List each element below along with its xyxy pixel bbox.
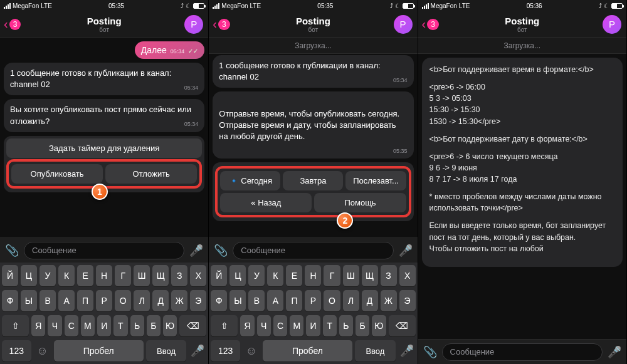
key-Ы[interactable]: Ы <box>21 290 37 311</box>
key-Э[interactable]: Э <box>399 290 416 311</box>
key-У[interactable]: У <box>40 265 56 286</box>
enter-key[interactable]: Ввод <box>146 340 186 361</box>
key-Ф[interactable]: Ф <box>211 290 227 311</box>
key-Ж[interactable]: Ж <box>381 290 397 311</box>
dictation-key[interactable]: 🎤 <box>189 344 206 358</box>
key-Й[interactable]: Й <box>2 265 18 286</box>
key-П[interactable]: П <box>77 290 93 311</box>
message-input[interactable]: Сообщение <box>442 343 603 361</box>
avatar[interactable]: P <box>394 15 413 34</box>
key-Д[interactable]: Д <box>152 290 169 311</box>
key-Ш[interactable]: Ш <box>343 265 359 286</box>
key-Р[interactable]: Р <box>305 290 321 311</box>
chat-area[interactable]: 1 сообщение готово к публикации в канал:… <box>209 54 417 237</box>
avatar[interactable]: P <box>603 15 621 34</box>
publish-button[interactable]: Опубликовать <box>11 164 103 184</box>
key-Ь[interactable]: Ь <box>339 315 353 336</box>
key-Л[interactable]: Л <box>134 290 150 311</box>
today-button[interactable]: 🔹 Сегодня <box>220 171 280 190</box>
key-Р[interactable]: Р <box>96 290 112 311</box>
key-О[interactable]: О <box>324 290 340 311</box>
key-З[interactable]: З <box>171 265 187 286</box>
key-У[interactable]: У <box>248 265 265 286</box>
key-М[interactable]: М <box>81 315 95 336</box>
key-Щ[interactable]: Щ <box>362 265 378 286</box>
key-С[interactable]: С <box>273 315 287 336</box>
shift-key[interactable]: ⇧ <box>211 315 238 336</box>
key-А[interactable]: А <box>58 290 75 311</box>
key-Л[interactable]: Л <box>343 290 359 311</box>
key-Г[interactable]: Г <box>324 265 340 286</box>
key-Д[interactable]: Д <box>362 290 378 311</box>
key-Г[interactable]: Г <box>115 265 131 286</box>
key-О[interactable]: О <box>115 290 131 311</box>
backspace-key[interactable]: ⌫ <box>179 315 206 336</box>
key-Я[interactable]: Я <box>240 315 254 336</box>
key-Щ[interactable]: Щ <box>152 265 169 286</box>
tomorrow-button[interactable]: Завтра <box>283 171 343 190</box>
key-З[interactable]: З <box>381 265 397 286</box>
chat-area[interactable]: Далее 05:34 ✓✓ 1 сообщение готово к публ… <box>0 38 208 237</box>
key-Е[interactable]: Е <box>286 265 302 286</box>
key-М[interactable]: М <box>290 315 303 336</box>
back-button[interactable]: ‹ 3 <box>422 17 439 31</box>
emoji-key[interactable]: ☺ <box>34 345 51 358</box>
enter-key[interactable]: Ввод <box>355 340 395 361</box>
numbers-key[interactable]: 123 <box>2 340 31 361</box>
key-Б[interactable]: Б <box>147 315 161 336</box>
attach-icon[interactable]: 📎 <box>423 345 437 359</box>
back-button[interactable]: ‹ 3 <box>213 17 229 31</box>
key-К[interactable]: К <box>58 265 75 286</box>
shift-key[interactable]: ⇧ <box>2 315 29 336</box>
key-Ч[interactable]: Ч <box>257 315 271 336</box>
avatar[interactable]: P <box>184 15 203 34</box>
numbers-key[interactable]: 123 <box>211 340 240 361</box>
key-В[interactable]: В <box>248 290 265 311</box>
key-П[interactable]: П <box>286 290 302 311</box>
key-Б[interactable]: Б <box>356 315 369 336</box>
message-input[interactable]: Сообщение <box>24 242 184 259</box>
key-Т[interactable]: Т <box>323 315 337 336</box>
key-Ы[interactable]: Ы <box>229 290 246 311</box>
message-input[interactable]: Сообщение <box>233 242 393 259</box>
key-Х[interactable]: Х <box>190 265 206 286</box>
key-Я[interactable]: Я <box>31 315 45 336</box>
key-Х[interactable]: Х <box>399 265 416 286</box>
key-Ю[interactable]: Ю <box>163 315 177 336</box>
key-Н[interactable]: Н <box>96 265 112 286</box>
key-Й[interactable]: Й <box>211 265 227 286</box>
key-Н[interactable]: Н <box>305 265 321 286</box>
backspace-key[interactable]: ⌫ <box>389 315 416 336</box>
help-button[interactable]: Помощь <box>314 193 406 212</box>
space-key[interactable]: Пробел <box>54 340 144 361</box>
key-Ц[interactable]: Ц <box>21 265 37 286</box>
dictation-key[interactable]: 🎤 <box>398 344 416 358</box>
key-Т[interactable]: Т <box>113 315 127 336</box>
after-tomorrow-button[interactable]: Послезавт... <box>345 171 406 190</box>
key-А[interactable]: А <box>267 290 283 311</box>
mic-icon[interactable]: 🎤 <box>399 244 413 257</box>
space-key[interactable]: Пробел <box>263 340 352 361</box>
key-С[interactable]: С <box>65 315 78 336</box>
emoji-key[interactable]: ☺ <box>243 345 260 358</box>
key-Э[interactable]: Э <box>190 290 206 311</box>
mic-icon[interactable]: 🎤 <box>189 244 203 257</box>
key-Ч[interactable]: Ч <box>48 315 61 336</box>
key-И[interactable]: И <box>97 315 111 336</box>
key-Ш[interactable]: Ш <box>134 265 150 286</box>
key-Ж[interactable]: Ж <box>171 290 187 311</box>
key-Е[interactable]: Е <box>77 265 93 286</box>
mic-icon[interactable]: 🎤 <box>608 345 621 359</box>
key-Ц[interactable]: Ц <box>229 265 246 286</box>
key-К[interactable]: К <box>267 265 283 286</box>
back-button[interactable]: ‹ 3 <box>4 17 21 31</box>
back-inline-button[interactable]: « Назад <box>220 193 312 212</box>
key-Ь[interactable]: Ь <box>130 315 144 336</box>
key-Ф[interactable]: Ф <box>2 290 18 311</box>
chat-area[interactable]: <b>Бот поддерживает время в формате:</b>… <box>418 54 626 339</box>
key-И[interactable]: И <box>306 315 320 336</box>
delay-button[interactable]: Отложить <box>105 164 197 184</box>
attach-icon[interactable]: 📎 <box>214 244 228 257</box>
timer-button[interactable]: Задать таймер для удаления <box>6 138 202 158</box>
key-Ю[interactable]: Ю <box>372 315 386 336</box>
